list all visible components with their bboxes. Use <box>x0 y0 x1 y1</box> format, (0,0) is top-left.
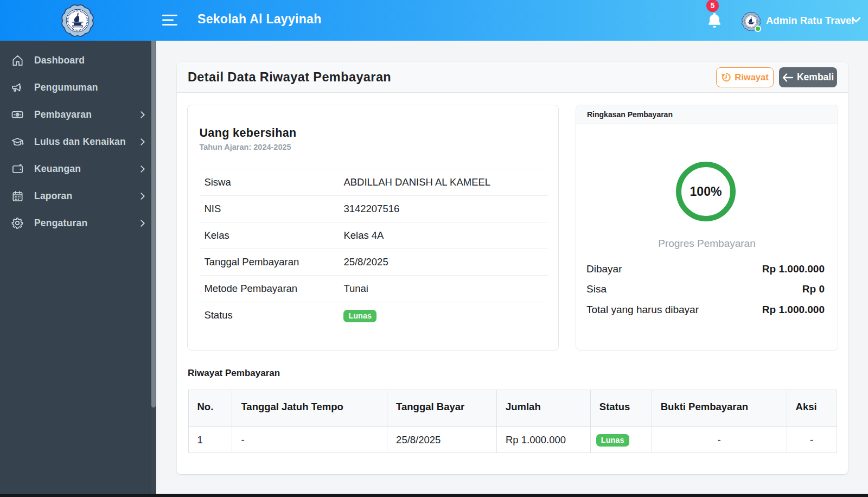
svg-text:100%: 100% <box>690 184 722 199</box>
